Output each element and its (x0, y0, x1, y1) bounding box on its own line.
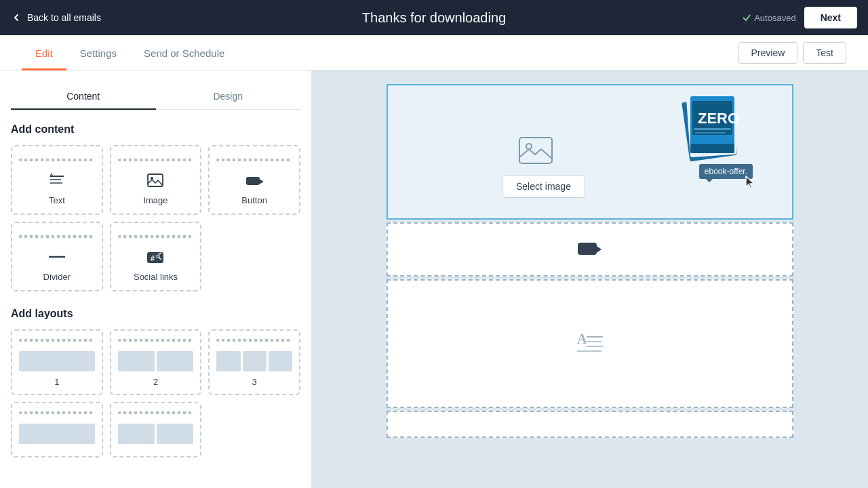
back-label: Back to all emails (27, 12, 101, 23)
svg-text:#: # (151, 254, 155, 262)
email-wrapper: Select image ZERO (387, 84, 793, 441)
layout-col (118, 424, 155, 444)
add-content-title: Add content (11, 123, 300, 136)
cursor-icon (745, 175, 757, 193)
svg-text:ZERO: ZERO (698, 110, 739, 127)
content-item-text-label: Text (49, 195, 65, 205)
svg-rect-6 (246, 177, 260, 185)
email-block-text[interactable]: A (387, 279, 793, 408)
canvas-area: Select image ZERO (312, 70, 868, 488)
content-item-image[interactable]: Image (110, 145, 202, 215)
back-arrow-icon (11, 12, 22, 23)
sidebar-tab-design[interactable]: Design (156, 84, 301, 110)
subnav-tabs: Edit Settings Send or Schedule (22, 35, 238, 70)
svg-text:A: A (577, 331, 587, 346)
svg-rect-13 (519, 138, 552, 163)
tab-settings[interactable]: Settings (66, 47, 130, 70)
layout-item-2[interactable]: 2 (110, 329, 202, 395)
dotted-bar (19, 159, 95, 161)
content-item-divider-label: Divider (43, 272, 71, 282)
subnav: Edit Settings Send or Schedule Preview T… (0, 35, 868, 70)
text-block-icon: A (576, 331, 604, 356)
layout-col (118, 351, 155, 371)
svg-marker-23 (746, 176, 754, 188)
dotted-bar (19, 339, 95, 342)
layouts-grid: 1 2 3 (11, 329, 300, 458)
content-item-button-label: Button (241, 195, 267, 205)
svg-rect-22 (690, 144, 734, 153)
layout-item-1-label: 1 (54, 377, 59, 387)
autosaved-label: Autosaved (754, 13, 795, 23)
dotted-bar (19, 235, 95, 238)
sidebar: Content Design Add content A Text (0, 70, 312, 488)
dotted-bar (118, 235, 194, 238)
content-item-social-links-label: Social links (134, 272, 178, 282)
image-placeholder-icon (519, 137, 553, 167)
select-image-button[interactable]: Select image (502, 175, 585, 198)
layout-item-2-label: 2 (153, 377, 158, 387)
layout-preview-1 (19, 351, 95, 371)
main-layout: Content Design Add content A Text (0, 70, 868, 488)
tab-edit[interactable]: Edit (22, 47, 66, 70)
page-title: Thanks for downloading (362, 10, 506, 26)
back-button[interactable]: Back to all emails (11, 12, 101, 23)
subnav-actions: Preview Test (738, 42, 846, 64)
button-content-icon (245, 171, 264, 190)
next-button[interactable]: Next (804, 7, 857, 28)
autosaved-status: Autosaved (742, 13, 795, 23)
ebook-illustration: ZERO (680, 91, 741, 168)
layout-col (243, 351, 267, 371)
layout-item-3-label: 3 (252, 377, 257, 387)
test-button[interactable]: Test (803, 42, 846, 64)
image-content-icon (146, 171, 165, 190)
content-grid: A Text Image B (11, 145, 300, 291)
divider-content-icon (47, 247, 66, 266)
dotted-bar (19, 411, 95, 414)
email-block-image[interactable]: Select image ZERO (387, 84, 793, 220)
content-item-text[interactable]: A Text (11, 145, 103, 215)
layout-item-3[interactable]: 3 (208, 329, 300, 395)
dotted-bar (118, 159, 194, 161)
layout-col (157, 351, 193, 371)
layout-col (216, 351, 240, 371)
layout-item-extra1[interactable] (11, 402, 103, 458)
add-layouts-title: Add layouts (11, 308, 300, 320)
svg-rect-21 (695, 132, 726, 134)
dotted-bar (216, 159, 292, 161)
svg-text:A: A (50, 172, 54, 178)
layout-item-extra2[interactable] (110, 402, 202, 458)
dotted-bar (118, 411, 194, 414)
layout-preview-3 (216, 351, 292, 371)
tab-send-or-schedule[interactable]: Send or Schedule (130, 47, 238, 70)
topbar-actions: Autosaved Next (742, 7, 857, 28)
svg-rect-20 (694, 128, 731, 130)
layout-preview-extra1 (19, 424, 95, 444)
content-item-image-label: Image (143, 195, 167, 205)
dotted-bar (216, 339, 292, 342)
layout-col (19, 424, 95, 444)
email-block-button[interactable] (387, 222, 793, 277)
svg-rect-4 (148, 174, 163, 186)
layout-col (19, 351, 95, 371)
layout-preview-extra2 (118, 424, 194, 444)
layout-item-1[interactable]: 1 (11, 329, 103, 395)
dotted-bar (118, 339, 194, 342)
svg-rect-8 (147, 252, 163, 263)
sidebar-tabs: Content Design (11, 84, 300, 110)
check-icon (742, 13, 751, 22)
content-item-social-links[interactable]: # Social links (110, 222, 202, 291)
content-item-divider[interactable]: Divider (11, 222, 103, 291)
button-block-icon (578, 240, 602, 259)
topbar: Back to all emails Thanks for downloadin… (0, 0, 868, 35)
email-block-bottom (387, 411, 793, 438)
social-links-content-icon: # (146, 247, 165, 266)
preview-button[interactable]: Preview (738, 42, 798, 64)
text-content-icon: A (47, 171, 66, 190)
layout-preview-2 (118, 351, 194, 371)
sidebar-tab-content[interactable]: Content (11, 84, 156, 110)
layout-col (157, 424, 193, 444)
content-item-button[interactable]: Button (208, 145, 300, 215)
svg-rect-24 (578, 243, 597, 255)
ebook-book-icon: ZERO (680, 91, 741, 165)
ebook-tooltip-text: ebook-offer. (705, 167, 747, 176)
